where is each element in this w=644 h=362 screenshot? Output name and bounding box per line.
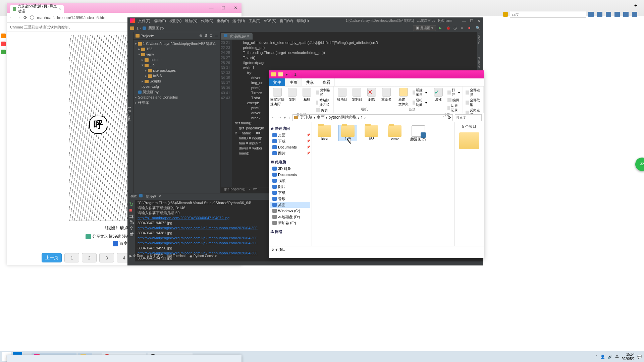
toolbar-icon-1[interactable] bbox=[588, 12, 594, 17]
file-item-venv[interactable]: venv bbox=[386, 125, 404, 141]
selectall-button[interactable]: 全部选择 bbox=[466, 88, 481, 97]
tab-home[interactable]: 主页 bbox=[285, 78, 302, 86]
refresh-icon[interactable]: ⟳ bbox=[448, 115, 451, 120]
left-gutter[interactable]: 1: Project bbox=[127, 32, 133, 193]
tray-network-icon[interactable]: 🖧 bbox=[615, 355, 619, 359]
coverage-icon[interactable]: ◷ bbox=[453, 26, 458, 31]
menu-run[interactable]: 运行(U) bbox=[232, 18, 245, 23]
paste-button[interactable]: 粘贴 bbox=[301, 88, 313, 102]
copy-path-button[interactable]: 复制路径 bbox=[316, 88, 331, 97]
move-button[interactable]: 移动到 bbox=[336, 88, 348, 102]
menu-help[interactable]: 帮助(H) bbox=[297, 18, 309, 23]
clock[interactable]: 15:542020/5/2 bbox=[622, 352, 635, 361]
project-tree[interactable]: 1 C:\Users\maym\Desktop\python网站爬取\1 153… bbox=[133, 40, 220, 107]
pager-1[interactable]: 1 bbox=[64, 253, 79, 262]
crumb-root[interactable]: 1 bbox=[137, 26, 139, 30]
back-icon[interactable]: ← bbox=[9, 15, 14, 20]
toolbar-menu-icon[interactable] bbox=[632, 12, 637, 17]
gear-icon[interactable]: ⚙ bbox=[209, 34, 213, 38]
file-list[interactable]: .idea 146 153 venv 爬漫画.py bbox=[312, 122, 454, 246]
target-icon[interactable]: ⊕ bbox=[199, 34, 202, 38]
footer-todo[interactable]: ≡ 6: TODO bbox=[147, 254, 163, 258]
reload-icon[interactable]: ⟳ bbox=[23, 15, 27, 20]
recent-icon[interactable]: ▾ bbox=[284, 115, 286, 120]
footer-pyconsole[interactable]: ◉ Python Console bbox=[190, 254, 217, 258]
history-button[interactable]: 历史记录 bbox=[447, 103, 460, 113]
database-tab[interactable]: Database bbox=[477, 56, 481, 69]
task-chrome2[interactable]: 龙珠超59话(第7页)... bbox=[7, 355, 241, 362]
quick-access[interactable]: ★ 快速访问 bbox=[270, 125, 310, 131]
search-icon[interactable]: 🔍 bbox=[476, 26, 480, 31]
floating-action-button[interactable]: 32 bbox=[635, 158, 644, 171]
settings-icon[interactable]: ⇵ bbox=[204, 34, 207, 38]
footer-run[interactable]: ▶ 4: Run bbox=[129, 254, 143, 258]
toggle-icon[interactable]: ⇉ bbox=[129, 213, 133, 217]
menu-view[interactable]: 视图(V) bbox=[169, 18, 182, 23]
site-info-icon[interactable]: ⓘ bbox=[30, 15, 34, 21]
toolbar-icon-2[interactable] bbox=[597, 12, 602, 17]
delete-button[interactable]: ✕删除 bbox=[366, 88, 377, 102]
explorer-titlebar[interactable]: ▾ | 1 bbox=[269, 70, 484, 78]
properties-button[interactable]: ✓属性 bbox=[433, 88, 444, 102]
easyaccess-button[interactable]: 轻松访问 ▾ bbox=[413, 98, 427, 107]
back-icon[interactable]: ← bbox=[271, 115, 275, 120]
side-icon-1[interactable] bbox=[1, 34, 6, 38]
open-button[interactable]: 打开 ▾ bbox=[447, 88, 460, 97]
tab-share[interactable]: 共享 bbox=[302, 78, 318, 86]
notifications-icon[interactable]: 💬 bbox=[637, 355, 642, 359]
menu-code[interactable]: 代码(C) bbox=[201, 18, 213, 23]
pager-prev[interactable]: 上一页 bbox=[42, 253, 62, 262]
rename-button[interactable]: 重命名 bbox=[381, 88, 392, 102]
tray-volume-icon[interactable]: 🔊 bbox=[608, 355, 612, 359]
collapse-icon[interactable]: — bbox=[215, 34, 218, 38]
run-icon[interactable]: ▶ bbox=[439, 26, 443, 31]
tray-chevron-icon[interactable]: ˄ bbox=[596, 355, 598, 359]
explorer-sidebar[interactable]: ★ 快速访问 桌面📌 下载📌 Documents📌 图片📌 🖥 此电脑 3D 对… bbox=[269, 122, 312, 246]
newitem-button[interactable]: 新建项目 ▾ bbox=[413, 88, 427, 97]
tray-people-icon[interactable]: 👤 bbox=[600, 355, 605, 359]
breadcrumb-path[interactable]: 此电脑 › 桌面 › python网站爬取 › 1 › ⟳ bbox=[292, 114, 453, 121]
pyc-maximize-icon[interactable]: ☐ bbox=[470, 19, 473, 23]
footer-terminal[interactable]: ⌨ Terminal bbox=[167, 254, 185, 258]
tab-file[interactable]: 文件 bbox=[269, 78, 285, 86]
maximize-icon[interactable]: ☐ bbox=[217, 3, 229, 13]
toolbar-icon-5[interactable] bbox=[623, 12, 629, 17]
menu-window[interactable]: 窗口(W) bbox=[280, 18, 293, 23]
plus-tab-icon[interactable]: + bbox=[634, 3, 637, 9]
close-icon[interactable]: ✕ bbox=[229, 3, 241, 13]
network[interactable]: 🖧 网络 bbox=[270, 229, 310, 235]
paste-shortcut-button[interactable]: 粘贴快捷方式 bbox=[316, 98, 331, 107]
rerun-icon[interactable]: ↻ bbox=[129, 201, 133, 205]
chrome-tab[interactable]: 龙珠超59话(第7页) 风之动漫 × bbox=[10, 5, 64, 13]
menu-file[interactable]: 文件(F) bbox=[138, 18, 150, 23]
extension-icon[interactable] bbox=[503, 12, 508, 17]
toolbar-icon-4[interactable] bbox=[614, 12, 620, 17]
minimize-icon[interactable]: — bbox=[205, 3, 217, 13]
tab-view[interactable]: 查看 bbox=[318, 78, 335, 86]
system-tray[interactable]: ˄ 👤 🔊 🖧 15:542020/5/2 💬 bbox=[596, 352, 642, 361]
trash-icon[interactable]: 🗑 bbox=[129, 231, 133, 235]
selectnone-button[interactable]: 全部取消 bbox=[466, 98, 481, 107]
stop-icon[interactable]: ■ bbox=[468, 26, 473, 31]
up-icon[interactable]: ↑ bbox=[288, 115, 290, 120]
side-icon-3[interactable] bbox=[1, 50, 6, 54]
this-pc[interactable]: 🖥 此电脑 bbox=[270, 159, 310, 165]
cut-button[interactable]: 剪切 bbox=[316, 108, 331, 113]
menu-refactor[interactable]: 重构(R) bbox=[217, 18, 229, 23]
stop-icon[interactable]: ■ bbox=[129, 207, 133, 211]
pager-2[interactable]: 2 bbox=[82, 253, 97, 262]
newfolder-button[interactable]: 新建 文件夹 bbox=[398, 88, 409, 107]
debug-icon[interactable]: 🐞 bbox=[446, 26, 451, 31]
explorer-search-input[interactable] bbox=[455, 114, 482, 121]
crumb-file[interactable]: 爬漫画.py bbox=[148, 25, 164, 31]
edit-button[interactable]: 编辑 bbox=[447, 98, 460, 103]
editor-tab[interactable]: 爬漫画.py × bbox=[221, 33, 253, 40]
pyc-minimize-icon[interactable]: — bbox=[462, 19, 466, 23]
menu-tools[interactable]: 工具(T) bbox=[249, 18, 261, 23]
copy-button[interactable]: 复制 bbox=[286, 88, 298, 102]
forward-icon[interactable]: → bbox=[277, 115, 282, 120]
tab-close-icon[interactable]: × bbox=[59, 6, 61, 11]
menu-nav[interactable]: 导航(N) bbox=[185, 18, 197, 23]
run-config-selector[interactable]: ▣ 爬漫画 ▾ bbox=[413, 25, 436, 31]
side-icon-2[interactable] bbox=[1, 42, 6, 46]
